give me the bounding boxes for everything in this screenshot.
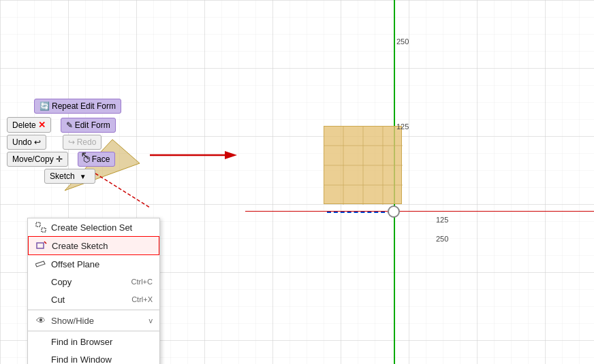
copy-shortcut: Ctrl+C — [131, 278, 153, 286]
menu-item-copy[interactable]: Copy Ctrl+C — [28, 273, 159, 291]
menu-item-offset-plane[interactable]: Offset Plane — [28, 255, 159, 273]
edit-form-icon: ✎ — [66, 120, 73, 130]
undo-button[interactable]: Undo ↩ — [7, 135, 46, 150]
eye-icon: 👁 — [35, 314, 47, 327]
sketch-label: Sketch — [50, 171, 75, 181]
shape-rectangle — [324, 126, 402, 204]
sketch-dropdown-arrow: ▼ — [80, 173, 87, 180]
dim-v-top: 250 — [396, 37, 409, 46]
svg-rect-13 — [42, 228, 46, 232]
dim-h-right-top: 125 — [436, 216, 448, 224]
cut-icon — [35, 293, 47, 305]
dim-h-right-bot: 250 — [436, 235, 448, 243]
svg-rect-14 — [37, 243, 44, 248]
svg-marker-16 — [35, 261, 45, 267]
undo-icon: ↩ — [34, 137, 41, 147]
menu-item-find-browser[interactable]: Find in Browser — [28, 333, 159, 350]
cursor-pointer: ↖ — [80, 148, 91, 163]
offset-plane-label: Offset Plane — [51, 259, 99, 269]
svg-rect-12 — [36, 222, 40, 227]
show-hide-shortcut: v — [149, 316, 153, 325]
redo-icon: ↪ — [68, 137, 75, 147]
find-browser-label: Find in Browser — [51, 337, 112, 347]
create-sketch-icon — [35, 239, 48, 252]
repeat-edit-form-button[interactable]: 🔄 Repeat Edit Form — [34, 99, 121, 114]
menu-item-create-sketch[interactable]: Create Sketch — [28, 236, 159, 255]
offset-plane-icon — [35, 258, 47, 270]
svg-marker-9 — [225, 151, 237, 159]
redo-button[interactable]: ↪ Redo — [63, 135, 102, 150]
copy-label: Copy — [51, 277, 72, 287]
move-copy-button[interactable]: Move/Copy ✛ — [7, 152, 68, 167]
menu-separator-2 — [28, 331, 159, 331]
sketch-dropdown-button[interactable]: Sketch ▼ — [44, 169, 95, 184]
find-browser-icon — [35, 335, 47, 348]
find-window-label: Find in Window — [51, 354, 112, 365]
move-copy-icon: ✛ — [56, 154, 63, 164]
cut-shortcut: Ctrl+X — [131, 295, 153, 303]
repeat-edit-form-icon: 🔄 — [40, 101, 50, 111]
cut-label: Cut — [51, 295, 65, 305]
context-panel: 🔄 Repeat Edit Form Delete ✕ ✎ Edit Form … — [7, 99, 150, 186]
origin-point — [388, 205, 400, 218]
find-window-icon — [35, 353, 47, 364]
repeat-edit-form-label: Repeat Edit Form — [52, 101, 116, 111]
menu-item-find-window[interactable]: Find in Window — [28, 350, 159, 364]
red-arrow — [150, 148, 238, 162]
shape-grid-lines — [324, 127, 403, 205]
menu-item-show-hide[interactable]: 👁 Show/Hide v — [28, 312, 159, 329]
blue-dash-line — [327, 212, 392, 213]
delete-button[interactable]: Delete ✕ — [7, 117, 51, 133]
svg-line-15 — [44, 242, 46, 244]
menu-separator — [28, 310, 159, 310]
menu-item-create-selection-set[interactable]: Create Selection Set — [28, 218, 159, 236]
create-selection-set-label: Create Selection Set — [51, 222, 132, 233]
edit-form-button[interactable]: ✎ Edit Form — [61, 118, 116, 133]
redo-label: Redo — [77, 137, 97, 147]
create-sketch-label: Create Sketch — [52, 241, 108, 251]
delete-x-icon: ✕ — [38, 120, 46, 130]
menu-item-cut[interactable]: Cut Ctrl+X — [28, 291, 159, 308]
delete-label: Delete — [12, 120, 36, 130]
face-label: Face — [92, 154, 110, 164]
context-dropdown-menu: Create Selection Set Create Sketch Offse… — [27, 218, 160, 364]
show-hide-label: Show/Hide — [51, 316, 94, 326]
undo-label: Undo — [12, 137, 32, 147]
horizontal-axis — [245, 211, 594, 212]
edit-form-label: Edit Form — [75, 120, 110, 130]
copy-icon — [35, 276, 47, 288]
move-copy-label: Move/Copy — [12, 154, 54, 164]
dim-v-mid: 125 — [396, 122, 409, 131]
selection-set-icon — [35, 221, 47, 233]
